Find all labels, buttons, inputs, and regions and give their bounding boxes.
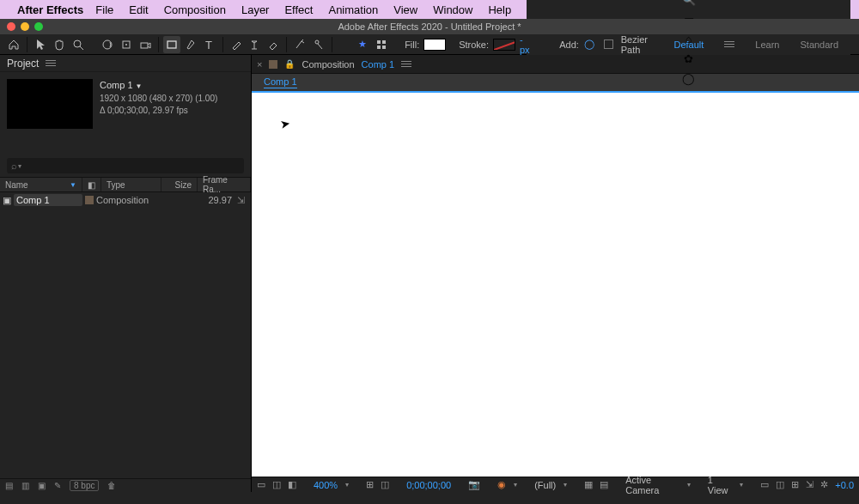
status-icon[interactable]: ◯ bbox=[682, 72, 695, 85]
status-icon[interactable]: ✿ bbox=[684, 52, 693, 65]
hand-tool-icon[interactable] bbox=[51, 36, 68, 53]
orbit-tool-icon[interactable] bbox=[99, 36, 116, 53]
menu-layer[interactable]: Layer bbox=[241, 3, 270, 16]
camera-tool-icon[interactable] bbox=[137, 36, 154, 53]
snapshot-icon[interactable]: 📷 bbox=[468, 479, 480, 490]
col-name[interactable]: Name▼ bbox=[0, 178, 82, 191]
pixel-aspect-icon[interactable]: ▭ bbox=[760, 479, 769, 490]
channel-icon[interactable]: ◉ bbox=[497, 479, 506, 490]
workspace-learn[interactable]: Learn bbox=[755, 39, 779, 50]
comp-name[interactable]: Comp 1 bbox=[100, 80, 133, 90]
dropdown-icon[interactable]: ▼ bbox=[136, 82, 143, 90]
camera-select[interactable]: Active Camera bbox=[625, 475, 679, 495]
fill-label[interactable]: Fill: bbox=[405, 39, 419, 50]
zoom-window-icon[interactable] bbox=[34, 22, 43, 31]
puppet-pin-tool-icon[interactable] bbox=[310, 36, 327, 53]
roto-brush-tool-icon[interactable] bbox=[291, 36, 308, 53]
menu-composition[interactable]: Composition bbox=[164, 3, 226, 16]
close-tab-icon[interactable]: × bbox=[257, 59, 262, 70]
item-name[interactable]: Comp 1 bbox=[14, 194, 82, 206]
stroke-label[interactable]: Stroke: bbox=[459, 39, 489, 50]
comp-breadcrumb[interactable]: Comp 1 bbox=[264, 76, 297, 88]
panel-menu-icon[interactable] bbox=[401, 59, 411, 69]
menu-help[interactable]: Help bbox=[488, 3, 511, 16]
resolution-select[interactable]: (Full) bbox=[534, 480, 556, 490]
pen-tool-icon[interactable] bbox=[182, 36, 199, 53]
search-dropdown-icon[interactable]: ▾ bbox=[18, 162, 21, 170]
rotation-tool-icon[interactable] bbox=[118, 36, 135, 53]
guides-icon[interactable]: ▦ bbox=[584, 479, 593, 490]
fast-preview-icon[interactable]: ◫ bbox=[776, 479, 784, 490]
reset-exposure-icon[interactable]: ✲ bbox=[820, 479, 828, 490]
clone-stamp-tool-icon[interactable] bbox=[246, 36, 263, 53]
star-icon[interactable]: ★ bbox=[354, 36, 371, 53]
status-icon[interactable]: ⌂ bbox=[685, 33, 692, 46]
fill-swatch[interactable] bbox=[423, 39, 446, 51]
comp-flowchart-icon[interactable]: ⇲ bbox=[806, 479, 813, 490]
project-settings-icon[interactable]: ✎ bbox=[54, 481, 61, 490]
home-icon[interactable] bbox=[5, 36, 22, 53]
zoom-level[interactable]: 400% bbox=[314, 480, 338, 490]
menu-animation[interactable]: Animation bbox=[328, 3, 378, 16]
roi-icon[interactable]: ◫ bbox=[381, 479, 389, 490]
lock-icon[interactable]: 🔒 bbox=[284, 59, 295, 69]
comp-thumbnail[interactable] bbox=[7, 79, 93, 129]
zoom-tool-icon[interactable] bbox=[70, 36, 87, 53]
menu-edit[interactable]: Edit bbox=[129, 3, 148, 16]
eraser-tool-icon[interactable] bbox=[265, 36, 282, 53]
menu-view[interactable]: View bbox=[393, 3, 417, 16]
menu-file[interactable]: File bbox=[95, 3, 113, 16]
comp-tab-link[interactable]: Comp 1 bbox=[362, 59, 395, 70]
mask-icon[interactable]: ◧ bbox=[288, 479, 296, 490]
add-dropdown-icon[interactable]: ◯ bbox=[583, 36, 595, 53]
item-label-swatch[interactable] bbox=[85, 196, 94, 204]
project-panel-title[interactable]: Project bbox=[7, 58, 39, 70]
rectangle-tool-icon[interactable] bbox=[163, 36, 180, 53]
status-icon[interactable]: 🔍 bbox=[682, 0, 696, 6]
trash-icon[interactable]: 🗑 bbox=[107, 481, 116, 490]
col-framerate[interactable]: Frame Ra... bbox=[198, 178, 251, 191]
stroke-swatch[interactable] bbox=[493, 39, 515, 51]
minimize-window-icon[interactable] bbox=[21, 22, 29, 31]
resolution-icon[interactable]: ⊞ bbox=[366, 479, 374, 490]
composition-viewer[interactable]: ➤ bbox=[252, 91, 859, 477]
transparency-grid-icon[interactable]: ◫ bbox=[272, 479, 281, 490]
camera-dropdown-icon[interactable]: ▾ bbox=[687, 481, 691, 489]
project-search-input[interactable]: ⌕▾ bbox=[7, 158, 244, 173]
interpret-footage-icon[interactable]: ▤ bbox=[5, 481, 13, 490]
new-comp-icon[interactable]: ▣ bbox=[38, 481, 46, 490]
col-label[interactable]: ◧ bbox=[82, 178, 101, 191]
flowchart-icon[interactable]: ⇲ bbox=[237, 195, 251, 206]
channel-dropdown-icon[interactable]: ▾ bbox=[514, 481, 517, 489]
app-name[interactable]: After Effects bbox=[17, 3, 83, 16]
selection-tool-icon[interactable] bbox=[32, 36, 49, 53]
views-dropdown-icon[interactable]: ▾ bbox=[740, 481, 743, 489]
col-type[interactable]: Type bbox=[101, 178, 161, 191]
brush-tool-icon[interactable] bbox=[228, 36, 245, 53]
close-window-icon[interactable] bbox=[7, 22, 15, 31]
new-folder-icon[interactable]: ▥ bbox=[21, 481, 29, 490]
panel-menu-icon[interactable] bbox=[46, 58, 56, 68]
always-preview-icon[interactable]: ▭ bbox=[257, 479, 265, 490]
bpc-button[interactable]: 8 bpc bbox=[70, 480, 99, 491]
current-time[interactable]: 0;00;00;00 bbox=[406, 480, 451, 490]
workspace-standard[interactable]: Standard bbox=[800, 39, 838, 50]
exposure-value[interactable]: +0.0 bbox=[835, 480, 854, 490]
stroke-width[interactable]: - px bbox=[520, 34, 535, 55]
zoom-dropdown-icon[interactable]: ▾ bbox=[345, 481, 349, 489]
snapping-icon[interactable] bbox=[373, 36, 390, 53]
bezier-checkbox[interactable] bbox=[604, 39, 613, 49]
workspace-menu-icon[interactable] bbox=[724, 39, 734, 49]
project-item[interactable]: ▣ Comp 1 Composition 29.97 ⇲ bbox=[0, 192, 251, 208]
views-select[interactable]: 1 View bbox=[708, 475, 732, 495]
grid-icon[interactable]: ▤ bbox=[600, 479, 608, 490]
menu-window[interactable]: Window bbox=[433, 3, 472, 16]
project-list[interactable]: ▣ Comp 1 Composition 29.97 ⇲ bbox=[0, 192, 251, 478]
col-size[interactable]: Size bbox=[161, 178, 198, 191]
mac-menubar[interactable]: After Effects File Edit Composition Laye… bbox=[0, 0, 859, 19]
timeline-icon[interactable]: ⊞ bbox=[791, 479, 799, 490]
res-dropdown-icon[interactable]: ▾ bbox=[564, 481, 567, 489]
add-label[interactable]: Add: bbox=[559, 39, 579, 50]
menu-effect[interactable]: Effect bbox=[284, 3, 313, 16]
type-tool-icon[interactable]: T bbox=[201, 36, 218, 53]
